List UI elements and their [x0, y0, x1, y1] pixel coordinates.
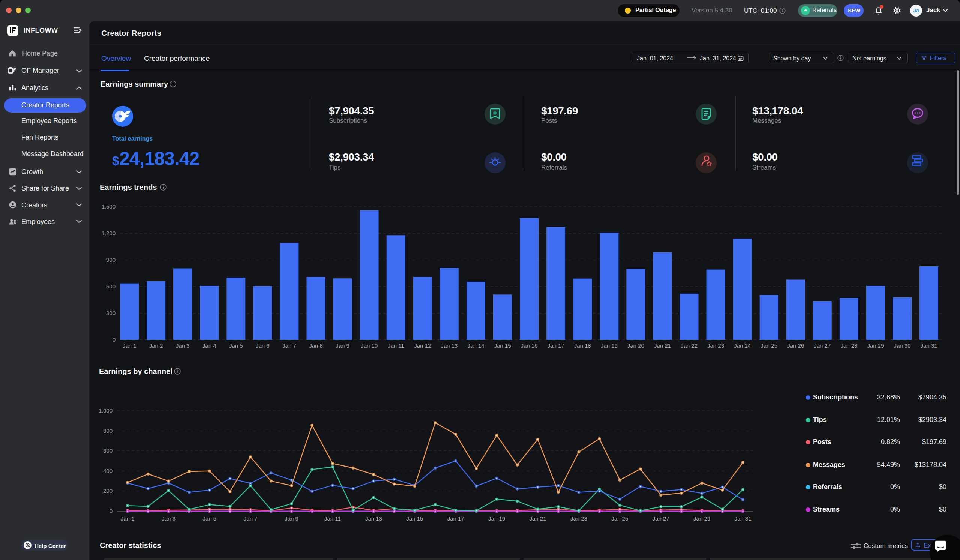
svg-text:Jan 21: Jan 21	[654, 342, 671, 349]
svg-text:Jan 31: Jan 31	[921, 342, 938, 349]
svg-text:Jan 31: Jan 31	[734, 515, 751, 522]
svg-text:Jan 20: Jan 20	[627, 342, 644, 349]
svg-text:Jan 29: Jan 29	[693, 515, 710, 522]
svg-text:Jan 22: Jan 22	[681, 342, 698, 349]
svg-text:Jan 16: Jan 16	[520, 342, 538, 349]
svg-text:Jan 28: Jan 28	[840, 342, 857, 349]
svg-text:600: 600	[103, 448, 112, 454]
svg-text:Jan 9: Jan 9	[285, 515, 299, 522]
svg-text:1,200: 1,200	[101, 230, 115, 236]
svg-text:Jan 14: Jan 14	[467, 342, 484, 349]
svg-text:800: 800	[103, 427, 112, 434]
svg-text:Jan 7: Jan 7	[244, 515, 258, 522]
svg-text:Jan 15: Jan 15	[406, 515, 423, 522]
svg-text:Jan 3: Jan 3	[176, 342, 190, 349]
svg-text:300: 300	[106, 310, 115, 316]
svg-text:Jan 27: Jan 27	[653, 515, 669, 522]
svg-text:Jan 17: Jan 17	[447, 515, 464, 522]
svg-text:Jan 4: Jan 4	[203, 342, 216, 349]
svg-text:Jan 27: Jan 27	[814, 342, 830, 349]
svg-text:1,000: 1,000	[98, 407, 112, 414]
svg-text:Jan 26: Jan 26	[787, 342, 804, 349]
svg-text:Jan 13: Jan 13	[441, 342, 458, 349]
svg-text:Jan 24: Jan 24	[734, 342, 751, 349]
svg-text:Jan 19: Jan 19	[488, 515, 505, 522]
svg-text:Jan 17: Jan 17	[547, 342, 564, 349]
svg-text:Jan 6: Jan 6	[256, 342, 270, 349]
svg-text:Jan 1: Jan 1	[121, 515, 134, 522]
svg-text:600: 600	[106, 283, 115, 290]
svg-text:0: 0	[112, 336, 115, 343]
svg-text:Jan 13: Jan 13	[365, 515, 382, 522]
svg-text:Jan 25: Jan 25	[611, 515, 628, 522]
svg-text:0: 0	[109, 508, 112, 514]
svg-text:Jan 23: Jan 23	[707, 342, 724, 349]
svg-text:400: 400	[103, 468, 112, 474]
svg-text:200: 200	[103, 488, 112, 494]
svg-text:Jan 18: Jan 18	[574, 342, 591, 349]
svg-text:Jan 12: Jan 12	[414, 342, 431, 349]
svg-text:Jan 15: Jan 15	[494, 342, 511, 349]
svg-text:Jan 7: Jan 7	[282, 342, 296, 349]
svg-text:900: 900	[106, 256, 115, 263]
svg-text:Jan 10: Jan 10	[361, 342, 378, 349]
svg-text:Jan 9: Jan 9	[336, 342, 349, 349]
svg-text:Jan 3: Jan 3	[162, 515, 176, 522]
svg-text:Jan 2: Jan 2	[149, 342, 163, 349]
svg-text:Jan 30: Jan 30	[894, 342, 910, 349]
svg-text:Jan 29: Jan 29	[867, 342, 884, 349]
svg-text:Jan 5: Jan 5	[229, 342, 243, 349]
svg-text:Jan 21: Jan 21	[529, 515, 546, 522]
svg-text:Jan 19: Jan 19	[601, 342, 618, 349]
svg-text:1,500: 1,500	[101, 203, 115, 210]
svg-text:Jan 8: Jan 8	[309, 342, 323, 349]
svg-text:Jan 1: Jan 1	[123, 342, 136, 349]
svg-text:Jan 25: Jan 25	[760, 342, 778, 349]
svg-text:Jan 11: Jan 11	[324, 515, 341, 522]
svg-text:Jan 5: Jan 5	[203, 515, 216, 522]
svg-text:Jan 11: Jan 11	[388, 342, 404, 349]
svg-text:Jan 23: Jan 23	[570, 515, 587, 522]
